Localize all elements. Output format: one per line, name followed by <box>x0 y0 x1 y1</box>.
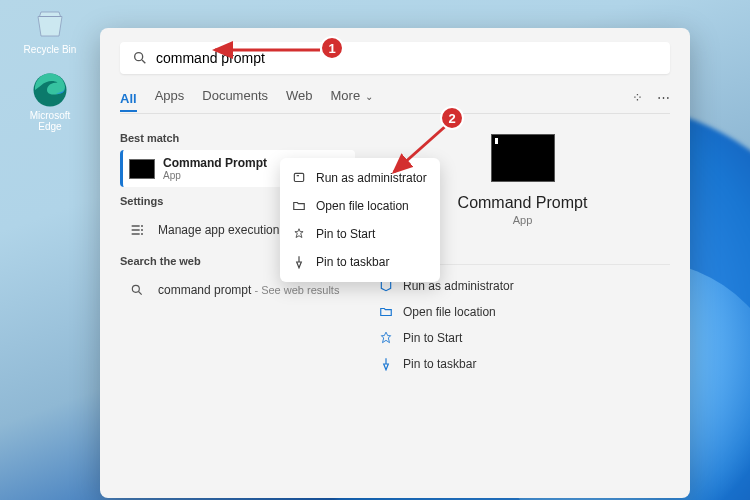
svg-rect-5 <box>294 173 303 181</box>
preview-app-icon <box>491 134 555 182</box>
pin-icon <box>292 227 306 241</box>
annotation-badge-2: 2 <box>440 106 464 130</box>
web-query-suffix: - See web results <box>251 284 339 296</box>
edge-label: Microsoft Edge <box>20 110 80 132</box>
pin-icon <box>379 331 393 345</box>
svg-point-3 <box>132 285 139 292</box>
search-input[interactable] <box>156 50 658 66</box>
preview-action-pin-taskbar[interactable]: Pin to taskbar <box>375 351 670 377</box>
more-options-icon[interactable]: ⋯ <box>657 90 670 105</box>
preview-action-pin-start[interactable]: Pin to Start <box>375 325 670 351</box>
web-query-text: command prompt <box>158 283 251 297</box>
command-prompt-icon <box>129 159 155 179</box>
edge-shortcut[interactable]: Microsoft Edge <box>20 72 80 132</box>
chevron-down-icon: ⌄ <box>362 91 373 102</box>
preview-action-open-location[interactable]: Open file location <box>375 299 670 325</box>
search-icon <box>132 50 148 66</box>
folder-icon <box>292 199 306 213</box>
recycle-bin-shortcut[interactable]: Recycle Bin <box>20 6 80 55</box>
settings-list-icon <box>124 219 150 241</box>
result-title: Command Prompt <box>163 156 267 170</box>
search-filter-tabs: All Apps Documents Web More ⌄ ⁘ ⋯ <box>120 88 670 114</box>
search-icon <box>124 279 150 301</box>
search-box[interactable] <box>120 42 670 74</box>
section-best-match: Best match <box>120 132 355 144</box>
share-icon[interactable]: ⁘ <box>632 90 643 105</box>
tab-documents[interactable]: Documents <box>202 88 268 107</box>
shield-icon <box>292 171 306 185</box>
context-menu: Run as administrator Open file location … <box>280 158 440 282</box>
recycle-bin-icon <box>32 6 68 42</box>
pin-icon <box>292 255 306 269</box>
context-pin-taskbar[interactable]: Pin to taskbar <box>280 248 440 276</box>
pin-icon <box>379 357 393 371</box>
tab-more[interactable]: More ⌄ <box>331 88 373 107</box>
recycle-bin-label: Recycle Bin <box>20 44 80 55</box>
folder-icon <box>379 305 393 319</box>
tab-all[interactable]: All <box>120 91 137 112</box>
tab-apps[interactable]: Apps <box>155 88 185 107</box>
annotation-badge-1: 1 <box>320 36 344 60</box>
svg-line-4 <box>139 292 142 295</box>
context-open-location[interactable]: Open file location <box>280 192 440 220</box>
svg-line-2 <box>142 60 145 63</box>
context-pin-start[interactable]: Pin to Start <box>280 220 440 248</box>
svg-point-1 <box>135 53 143 61</box>
context-run-admin[interactable]: Run as administrator <box>280 164 440 192</box>
tab-web[interactable]: Web <box>286 88 313 107</box>
edge-icon <box>32 72 68 108</box>
result-subtitle: App <box>163 170 267 181</box>
